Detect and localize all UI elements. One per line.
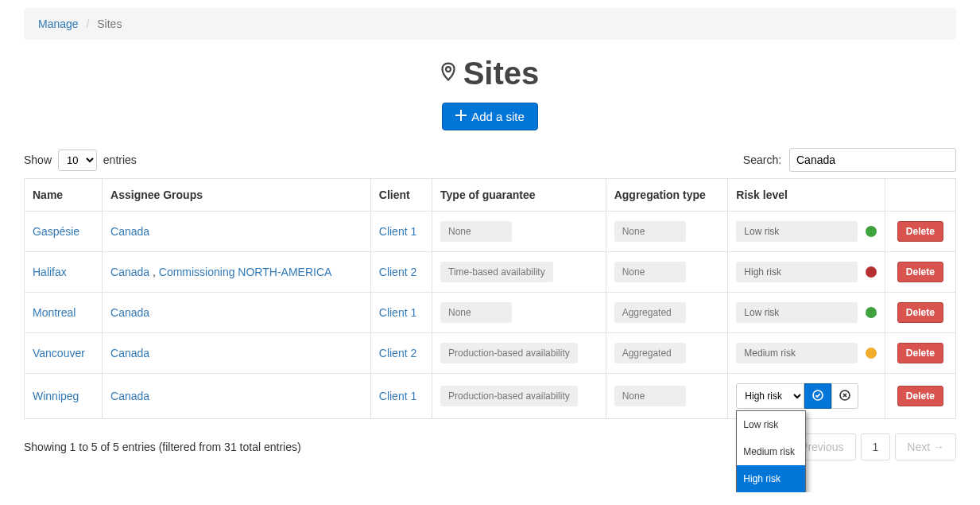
table-row: WinnipegCanadaClient 1Production-based a… — [25, 374, 956, 419]
site-name-link[interactable]: Gaspésie — [33, 225, 79, 238]
page-number-button[interactable]: 1 — [861, 433, 891, 460]
client-link[interactable]: Client 2 — [379, 266, 416, 278]
table-footer: Showing 1 to 5 of 5 entries (filtered fr… — [24, 433, 956, 460]
breadcrumb-current: Sites — [97, 17, 122, 30]
risk-select[interactable]: Low riskMedium riskHigh risk — [736, 383, 804, 409]
client-link[interactable]: Client 1 — [379, 225, 416, 238]
cancel-button[interactable] — [831, 383, 858, 409]
assignee-group-link[interactable]: Canada — [110, 347, 149, 359]
aggregation-badge: None — [614, 262, 686, 282]
client-link[interactable]: Client 1 — [379, 306, 416, 319]
map-pin-icon — [441, 62, 455, 86]
client-link[interactable]: Client 1 — [379, 390, 416, 402]
guarantee-badge: Production-based availability — [440, 386, 578, 406]
breadcrumb-manage-link[interactable]: Manage — [38, 17, 79, 30]
risk-cell[interactable]: Low risk — [736, 221, 876, 242]
site-name-link[interactable]: Montreal — [33, 306, 76, 319]
risk-dot-icon — [866, 348, 877, 359]
x-circle-icon — [839, 389, 851, 404]
risk-dot-icon — [866, 266, 877, 278]
guarantee-badge: Time-based availability — [440, 262, 553, 282]
aggregation-badge: None — [614, 221, 686, 242]
table-toolbar: Show 10 entries Search: — [24, 148, 956, 172]
show-label-pre: Show — [24, 153, 52, 166]
breadcrumb-separator: / — [86, 17, 89, 30]
risk-option[interactable]: High risk — [737, 465, 805, 492]
risk-cell[interactable]: High risk — [736, 262, 876, 282]
check-circle-icon — [812, 389, 824, 404]
delete-button[interactable]: Delete — [897, 262, 943, 282]
col-guarantee[interactable]: Type of guarantee — [432, 179, 606, 212]
search-input[interactable] — [789, 148, 956, 172]
breadcrumb: Manage / Sites — [24, 8, 956, 40]
table-row: VancouverCanadaClient 2Production-based … — [25, 333, 956, 374]
risk-option[interactable]: Low risk — [737, 411, 805, 438]
aggregation-badge: Aggregated — [614, 343, 686, 363]
site-name-link[interactable]: Winnipeg — [33, 390, 79, 402]
page-title: Sites — [441, 56, 540, 91]
assignee-group-link[interactable]: Canada — [110, 306, 149, 319]
risk-label: High risk — [736, 262, 857, 282]
page-size-control: Show 10 entries — [24, 150, 137, 171]
table-row: GaspésieCanadaClient 1NoneNoneLow riskDe… — [25, 212, 956, 252]
table-info: Showing 1 to 5 of 5 entries (filtered fr… — [24, 441, 301, 453]
col-actions — [885, 179, 955, 212]
table-row: MontrealCanadaClient 1NoneAggregatedLow … — [25, 293, 956, 333]
assignee-group-link[interactable]: Commissioning NORTH-AMERICA — [159, 266, 332, 278]
risk-cell[interactable]: Medium risk — [736, 343, 876, 363]
risk-label: Low risk — [736, 221, 857, 242]
risk-dropdown-panel: Low riskMedium riskHigh risk — [736, 410, 806, 492]
add-site-button[interactable]: Add a site — [442, 103, 538, 130]
svg-point-0 — [446, 67, 451, 72]
table-row: HalifaxCanada , Commissioning NORTH-AMER… — [25, 252, 956, 293]
assignee-group-link[interactable]: Canada — [110, 266, 149, 278]
client-link[interactable]: Client 2 — [379, 347, 416, 359]
risk-dot-icon — [866, 307, 877, 318]
aggregation-badge: Aggregated — [614, 302, 686, 323]
search-label: Search: — [743, 153, 781, 166]
guarantee-badge: Production-based availability — [440, 343, 578, 363]
page-size-select[interactable]: 10 — [58, 150, 97, 171]
site-name-link[interactable]: Vancouver — [33, 347, 85, 359]
add-site-label: Add a site — [471, 110, 525, 123]
risk-dot-icon — [866, 226, 877, 237]
show-label-post: entries — [103, 153, 137, 166]
col-risk[interactable]: Risk level — [728, 179, 885, 212]
col-name[interactable]: Name — [25, 179, 103, 212]
guarantee-badge: None — [440, 221, 512, 242]
risk-edit-control: Low riskMedium riskHigh riskLow riskMedi… — [736, 383, 876, 409]
guarantee-badge: None — [440, 302, 512, 323]
delete-button[interactable]: Delete — [897, 221, 943, 242]
assignee-group-link[interactable]: Canada — [110, 225, 149, 238]
assignee-group-link[interactable]: Canada — [110, 390, 149, 402]
risk-option[interactable]: Medium risk — [737, 438, 805, 465]
col-aggregation[interactable]: Aggregation type — [606, 179, 728, 212]
risk-cell[interactable]: Low risk — [736, 302, 876, 323]
delete-button[interactable]: Delete — [897, 386, 943, 406]
plus-icon — [455, 110, 467, 123]
page-title-text: Sites — [463, 56, 540, 91]
risk-label: Medium risk — [736, 343, 857, 363]
sites-table: Name Assignee Groups Client Type of guar… — [24, 178, 956, 419]
delete-button[interactable]: Delete — [897, 302, 943, 323]
aggregation-badge: None — [614, 386, 686, 406]
search-control: Search: — [743, 148, 956, 172]
col-client[interactable]: Client — [370, 179, 432, 212]
risk-label: Low risk — [736, 302, 857, 323]
next-page-button[interactable]: Next → — [895, 433, 956, 460]
page-header: Sites Add a site — [24, 56, 956, 130]
col-assignee[interactable]: Assignee Groups — [103, 179, 371, 212]
delete-button[interactable]: Delete — [897, 343, 943, 363]
site-name-link[interactable]: Halifax — [33, 266, 67, 278]
confirm-button[interactable] — [804, 383, 831, 409]
